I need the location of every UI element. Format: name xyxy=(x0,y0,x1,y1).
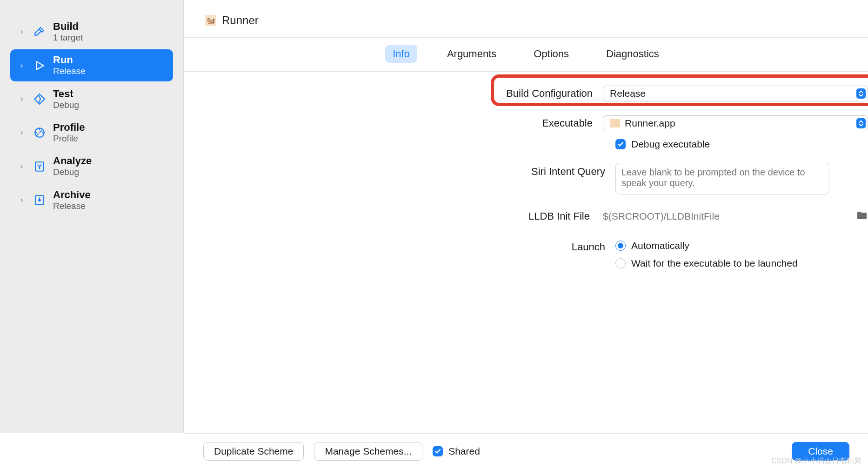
sidebar-item-sub: Profile xyxy=(53,134,85,144)
shared-checkbox[interactable] xyxy=(433,446,443,456)
siri-query-input[interactable] xyxy=(615,163,829,194)
tab-options[interactable]: Options xyxy=(526,45,576,63)
chevron-right-icon: › xyxy=(20,196,26,204)
row-debug-exec: Debug executable xyxy=(184,135,868,154)
info-form: Build Configuration Release Executable xyxy=(184,72,868,433)
row-build-config: Build Configuration Release xyxy=(184,82,868,105)
scheme-titlebar: 🐿️ Runner xyxy=(184,0,868,38)
app-icon: 🐿️ xyxy=(205,15,216,26)
label-lldb-init: LLDB Init File xyxy=(184,210,592,222)
sidebar-item-title: Analyze xyxy=(53,155,92,167)
sidebar-item-archive[interactable]: › Archive Release xyxy=(10,184,173,216)
row-siri-query: Siri Intent Query xyxy=(184,159,868,198)
label-build-config: Build Configuration xyxy=(184,87,594,100)
sidebar-item-profile[interactable]: › Profile Profile xyxy=(10,117,173,148)
executable-select[interactable]: Runner.app xyxy=(603,115,868,131)
analyze-icon xyxy=(33,160,47,174)
tab-info[interactable]: Info xyxy=(385,45,417,63)
sidebar-item-sub: Release xyxy=(53,66,86,76)
label-executable: Executable xyxy=(184,117,594,129)
scheme-editor-footer: Duplicate Scheme Manage Schemes... Share… xyxy=(184,433,868,469)
lldb-init-input[interactable] xyxy=(600,208,851,224)
watermark-text: CSDN @小小码农日渐积累 xyxy=(771,456,861,466)
app-root: › Build 1 target › Run Release › xyxy=(0,0,868,433)
build-config-select[interactable]: Release xyxy=(603,86,868,101)
build-config-value: Release xyxy=(610,88,856,99)
updown-stepper-icon xyxy=(856,118,866,128)
tab-bar: Info Arguments Options Diagnostics xyxy=(184,38,868,72)
sidebar-item-sub: Release xyxy=(53,201,91,211)
launch-wait-radio[interactable] xyxy=(615,258,626,268)
sidebar-item-sub: 1 target xyxy=(53,33,83,43)
chevron-right-icon: › xyxy=(20,27,26,36)
tab-arguments[interactable]: Arguments xyxy=(440,45,504,63)
launch-auto-radio[interactable] xyxy=(615,241,626,251)
updown-stepper-icon xyxy=(856,88,866,99)
sidebar-item-title: Run xyxy=(53,54,86,66)
sidebar-item-title: Build xyxy=(53,20,83,33)
row-launch: Launch Automatically Wait for the execut… xyxy=(184,236,868,273)
chevron-right-icon: › xyxy=(20,95,26,103)
row-lldb-init: LLDB Init File xyxy=(184,205,868,228)
gauge-icon xyxy=(33,126,47,140)
tab-diagnostics[interactable]: Diagnostics xyxy=(599,45,667,63)
sidebar-item-title: Profile xyxy=(53,121,85,134)
app-bundle-icon xyxy=(610,119,620,127)
chevron-right-icon: › xyxy=(20,61,26,70)
choose-folder-button[interactable] xyxy=(856,211,868,222)
sidebar-item-sub: Debug xyxy=(53,167,92,177)
scheme-name: Runner xyxy=(222,14,259,27)
sidebar-item-title: Test xyxy=(53,88,79,100)
hammer-icon xyxy=(33,25,47,39)
launch-auto-label: Automatically xyxy=(631,240,689,251)
debug-executable-label: Debug executable xyxy=(631,139,710,150)
sidebar-item-analyze[interactable]: › Analyze Debug xyxy=(10,150,173,182)
debug-executable-checkbox[interactable] xyxy=(615,139,626,149)
label-siri-query: Siri Intent Query xyxy=(184,163,607,178)
duplicate-scheme-button[interactable]: Duplicate Scheme xyxy=(203,442,304,461)
scheme-editor-main: 🐿️ Runner Info Arguments Options Diagnos… xyxy=(184,0,868,433)
archive-icon xyxy=(33,193,47,207)
test-diamond-icon xyxy=(33,92,47,106)
chevron-right-icon: › xyxy=(20,162,26,171)
sidebar-item-build[interactable]: › Build 1 target xyxy=(10,16,173,47)
row-executable: Executable Runner.app xyxy=(184,112,868,135)
play-icon xyxy=(33,59,47,73)
sidebar-item-title: Archive xyxy=(53,189,91,201)
chevron-right-icon: › xyxy=(20,128,26,137)
sidebar-item-run[interactable]: › Run Release xyxy=(10,49,173,81)
executable-value: Runner.app xyxy=(625,118,856,129)
scheme-editor-sidebar: › Build 1 target › Run Release › xyxy=(0,0,184,433)
manage-schemes-button[interactable]: Manage Schemes... xyxy=(314,442,422,461)
sidebar-item-test[interactable]: › Test Debug xyxy=(10,83,173,115)
sidebar-item-sub: Debug xyxy=(53,100,79,110)
shared-label: Shared xyxy=(448,446,480,457)
label-launch: Launch xyxy=(184,240,607,253)
launch-wait-label: Wait for the executable to be launched xyxy=(631,258,798,269)
